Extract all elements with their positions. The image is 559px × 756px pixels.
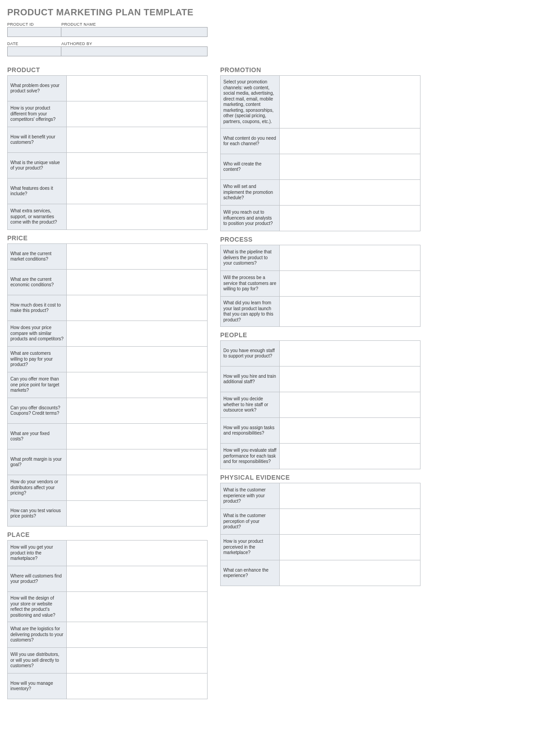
answer-cell[interactable] — [67, 648, 208, 674]
answer-cell[interactable] — [280, 271, 420, 297]
question-cell: What content do you need for each channe… — [221, 128, 280, 154]
people-section-title: PEOPLE — [220, 331, 420, 339]
answer-cell[interactable] — [67, 372, 208, 398]
question-cell: What are the logistics for delivering pr… — [8, 622, 67, 648]
date-label: DATE — [7, 41, 61, 46]
question-cell: Do you have enough staff to support your… — [221, 341, 280, 367]
table-row: How will you manage inventory? — [8, 674, 208, 699]
table-row: What content do you need for each channe… — [221, 128, 420, 154]
table-row: What did you learn from your last produc… — [221, 297, 420, 327]
answer-cell[interactable] — [280, 76, 420, 128]
table-row: What extra services, support, or warrant… — [8, 204, 208, 230]
evidence-table: What is the customer experience with you… — [220, 483, 420, 586]
table-row: How will you get your product into the m… — [8, 541, 208, 566]
product-name-input[interactable] — [61, 27, 208, 37]
answer-cell[interactable] — [280, 444, 420, 469]
answer-cell[interactable] — [280, 483, 420, 509]
answer-cell[interactable] — [67, 501, 208, 527]
answer-cell[interactable] — [67, 127, 208, 153]
table-row: Can you offer more than one price point … — [8, 372, 208, 398]
table-row: What features does it include? — [8, 179, 208, 204]
date-input[interactable] — [7, 46, 61, 56]
answer-cell[interactable] — [67, 204, 208, 230]
table-row: What are the current market conditions? — [8, 244, 208, 270]
answer-cell[interactable] — [67, 449, 208, 475]
answer-cell[interactable] — [67, 270, 208, 295]
place-table: How will you get your product into the m… — [7, 540, 208, 699]
answer-cell[interactable] — [67, 321, 208, 347]
question-cell: What extra services, support, or warrant… — [8, 204, 67, 230]
answer-cell[interactable] — [280, 297, 420, 327]
question-cell: How will you evaluate staff performance … — [221, 444, 280, 469]
question-cell: How will you hire and train additional s… — [221, 367, 280, 392]
table-row: Do you have enough staff to support your… — [221, 341, 420, 367]
question-cell: How is your product different from your … — [8, 101, 67, 127]
product-table: What problem does your product solve?How… — [7, 75, 208, 230]
answer-cell[interactable] — [67, 475, 208, 501]
table-row: What can enhance the experience? — [221, 560, 420, 586]
answer-cell[interactable] — [67, 674, 208, 699]
answer-cell[interactable] — [67, 76, 208, 101]
question-cell: Select your promotion channels: web cont… — [221, 76, 280, 128]
answer-cell[interactable] — [280, 418, 420, 444]
question-cell: How will you manage inventory? — [8, 674, 67, 699]
table-row: What problem does your product solve? — [8, 76, 208, 101]
answer-cell[interactable] — [280, 367, 420, 392]
authored-by-input[interactable] — [61, 46, 208, 56]
question-cell: How much does it cost to make this produ… — [8, 295, 67, 321]
left-column: PRODUCT What problem does your product s… — [7, 62, 208, 699]
question-cell: Will you reach out to influencers and an… — [221, 206, 280, 231]
answer-cell[interactable] — [67, 295, 208, 321]
answer-cell[interactable] — [280, 180, 420, 206]
promotion-table: Select your promotion channels: web cont… — [220, 75, 420, 231]
answer-cell[interactable] — [280, 154, 420, 180]
question-cell: What can enhance the experience? — [221, 560, 280, 586]
answer-cell[interactable] — [67, 566, 208, 592]
answer-cell[interactable] — [67, 244, 208, 270]
product-name-label: PRODUCT NAME — [61, 21, 208, 27]
question-cell: How does your price compare with similar… — [8, 321, 67, 347]
table-row: Will the process be a service that custo… — [221, 271, 420, 297]
answer-cell[interactable] — [280, 206, 420, 231]
answer-cell[interactable] — [67, 179, 208, 204]
answer-cell[interactable] — [67, 347, 208, 372]
document-title: PRODUCT MARKETING PLAN TEMPLATE — [7, 7, 552, 18]
answer-cell[interactable] — [67, 153, 208, 179]
answer-cell[interactable] — [67, 592, 208, 622]
answer-cell[interactable] — [280, 509, 420, 535]
process-table: What is the pipeline that delivers the p… — [220, 245, 420, 327]
question-cell: What is the customer experience with you… — [221, 483, 280, 509]
table-row: What are your fixed costs? — [8, 424, 208, 449]
table-row: Can you offer discounts? Coupons? Credit… — [8, 398, 208, 424]
table-row: Will you use distributors, or will you s… — [8, 648, 208, 674]
answer-cell[interactable] — [280, 245, 420, 271]
answer-cell[interactable] — [67, 541, 208, 566]
answer-cell[interactable] — [67, 101, 208, 127]
price-section-title: PRICE — [7, 234, 208, 242]
question-cell: What is the pipeline that delivers the p… — [221, 245, 280, 271]
question-cell: How will you get your product into the m… — [8, 541, 67, 566]
table-row: What is the customer experience with you… — [221, 483, 420, 509]
answer-cell[interactable] — [280, 341, 420, 367]
question-cell: What features does it include? — [8, 179, 67, 204]
table-row: What is the pipeline that delivers the p… — [221, 245, 420, 271]
table-row: Who will create the content? — [221, 154, 420, 180]
answer-cell[interactable] — [280, 392, 420, 418]
answer-cell[interactable] — [280, 560, 420, 586]
product-id-label: PRODUCT ID — [7, 21, 61, 27]
answer-cell[interactable] — [280, 128, 420, 154]
question-cell: What is the unique value of your product… — [8, 153, 67, 179]
table-row: What are customers willing to pay for yo… — [8, 347, 208, 372]
table-row: How will the design of your store or web… — [8, 592, 208, 622]
table-row: How much does it cost to make this produ… — [8, 295, 208, 321]
question-cell: Will you use distributors, or will you s… — [8, 648, 67, 674]
question-cell: Where will customers find your product? — [8, 566, 67, 592]
answer-cell[interactable] — [67, 424, 208, 449]
table-row: What profit margin is your goal? — [8, 449, 208, 475]
answer-cell[interactable] — [67, 622, 208, 648]
question-cell: What are the current market conditions? — [8, 244, 67, 270]
answer-cell[interactable] — [280, 535, 420, 560]
answer-cell[interactable] — [67, 398, 208, 424]
table-row: What are the current economic conditions… — [8, 270, 208, 295]
product-id-input[interactable] — [7, 27, 61, 37]
